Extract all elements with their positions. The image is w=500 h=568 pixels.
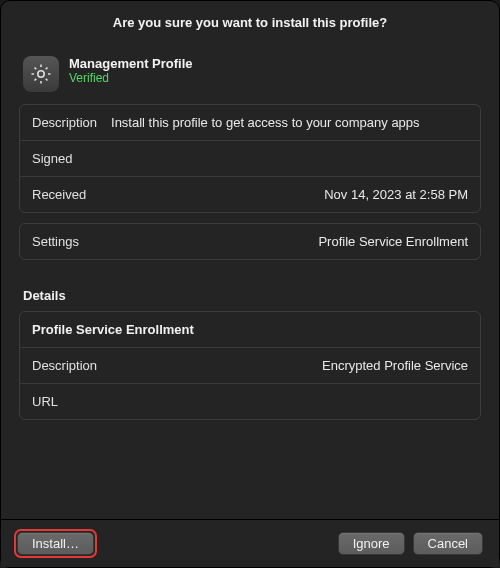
- detail-description-label: Description: [32, 358, 111, 373]
- dialog-content: Management Profile Verified Description …: [1, 38, 499, 519]
- row-detail-url: URL: [20, 383, 480, 419]
- description-value: Install this profile to get access to yo…: [111, 115, 468, 130]
- received-label: Received: [32, 187, 100, 202]
- profile-name: Management Profile: [69, 56, 193, 71]
- row-settings: Settings Profile Service Enrollment: [20, 224, 480, 259]
- right-buttons: Ignore Cancel: [338, 532, 483, 555]
- gear-icon: [23, 56, 59, 92]
- install-highlight: Install…: [17, 532, 94, 555]
- install-button[interactable]: Install…: [17, 532, 94, 555]
- ignore-button[interactable]: Ignore: [338, 532, 405, 555]
- signed-label: Signed: [32, 151, 86, 166]
- settings-panel: Settings Profile Service Enrollment: [19, 223, 481, 260]
- settings-value: Profile Service Enrollment: [318, 234, 468, 249]
- description-label: Description: [32, 115, 111, 130]
- row-detail-description: Description Encrypted Profile Service: [20, 348, 480, 383]
- row-description: Description Install this profile to get …: [20, 105, 480, 140]
- profile-header: Management Profile Verified: [19, 48, 481, 104]
- settings-label: Settings: [32, 234, 93, 249]
- cancel-button[interactable]: Cancel: [413, 532, 483, 555]
- profile-status: Verified: [69, 71, 193, 85]
- install-profile-dialog: Are you sure you want to install this pr…: [0, 0, 500, 568]
- row-signed: Signed: [20, 140, 480, 176]
- button-bar: Install… Ignore Cancel: [1, 519, 499, 567]
- dialog-title: Are you sure you want to install this pr…: [1, 1, 499, 38]
- received-value: Nov 14, 2023 at 2:58 PM: [324, 187, 468, 202]
- details-panel: Profile Service Enrollment Description E…: [19, 311, 481, 420]
- profile-info-panel: Description Install this profile to get …: [19, 104, 481, 213]
- svg-point-0: [38, 71, 44, 77]
- detail-url-label: URL: [32, 394, 72, 409]
- detail-description-value: Encrypted Profile Service: [322, 358, 468, 373]
- profile-titles: Management Profile Verified: [69, 56, 193, 85]
- details-heading: Profile Service Enrollment: [20, 312, 480, 348]
- row-received: Received Nov 14, 2023 at 2:58 PM: [20, 176, 480, 212]
- details-section-title: Details: [19, 270, 481, 311]
